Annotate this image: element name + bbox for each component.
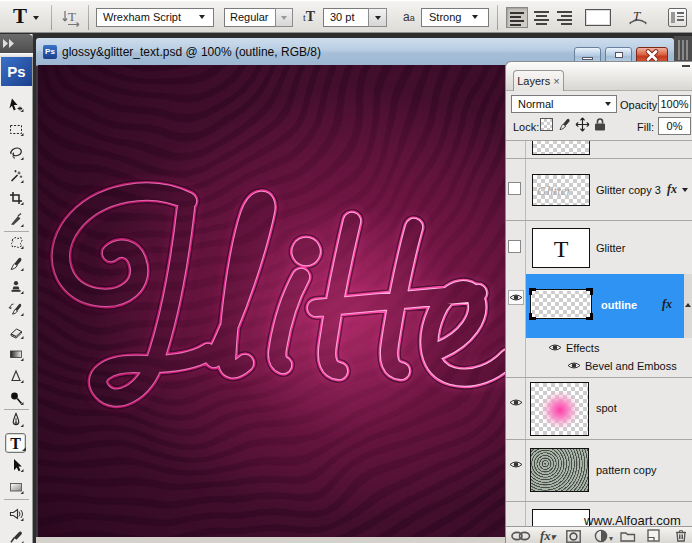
svg-text:T: T [68,9,76,24]
svg-text:T: T [633,8,641,23]
